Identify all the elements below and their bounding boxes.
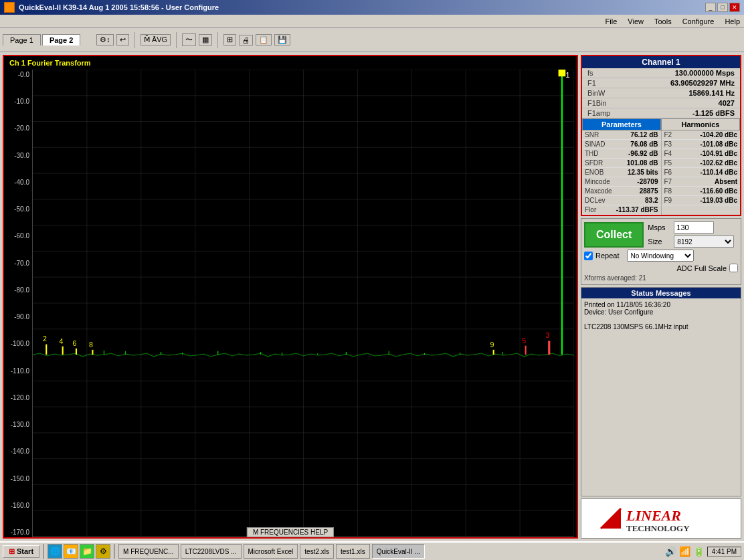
status-line-1: Device: User Configure (584, 308, 738, 316)
harm-f4: F4 -104.91 dBc (662, 149, 741, 159)
menu-help[interactable]: Help (725, 17, 740, 25)
toolbar-btn-avg[interactable]: M̄ ĀVG (141, 34, 171, 45)
toolbar-btn-copy[interactable]: 📋 (256, 34, 272, 45)
tab-harmonics[interactable]: Harmonics (661, 118, 740, 130)
y-label-3: -30.0 (4, 152, 32, 159)
value-f1bin: 4027 (719, 99, 735, 107)
close-button[interactable]: ✕ (729, 3, 740, 12)
status-line-0: Printed on 11/18/05 16:36:20 (584, 301, 738, 308)
value-f1: 63.905029297 MHz (670, 79, 735, 87)
maximize-button[interactable]: □ (717, 3, 728, 12)
pname-snr: SNR (585, 131, 599, 138)
collect-button[interactable]: Collect (584, 222, 644, 248)
taskbar-test1-label: test1.xls (341, 548, 365, 555)
size-select[interactable]: 8192 4096 2048 1024 (674, 236, 734, 248)
tray-icon-3: 🔋 (693, 546, 705, 557)
svg-text:TECHNOLOGY: TECHNOLOGY (626, 523, 690, 533)
hname-f4: F4 (664, 150, 672, 157)
hval-f3: -101.08 dBc (700, 141, 737, 148)
menu-view[interactable]: View (628, 17, 644, 25)
params-left: SNR 76.12 dB SINAD 76.08 dB THD -96.92 d… (582, 130, 662, 215)
taskbar-ltc-label: LTC2208LVDS ... (185, 548, 237, 555)
menu-tools[interactable]: Tools (654, 17, 672, 25)
param-sinad: SINAD 76.08 dB (582, 140, 661, 149)
taskbar-btn-quickeval[interactable]: QuickEval-II ... (372, 544, 425, 559)
toolbar-btn-bar[interactable]: ▦ (199, 34, 212, 45)
settings-icon[interactable]: ⚙ (96, 544, 110, 559)
value-fs: 130.000000 Msps (675, 69, 735, 77)
harm-f2: F2 -104.20 dBc (662, 130, 741, 140)
xforms-row: Xforms averaged: 21 (584, 274, 738, 282)
toolbar-sep-3 (217, 32, 218, 48)
pname-maxcode: Maxcode (585, 187, 612, 195)
folder-icon[interactable]: 📁 (80, 544, 94, 559)
taskbar-btn-test1[interactable]: test1.xls (336, 544, 370, 559)
toolbar-btn-save[interactable]: 💾 (274, 34, 290, 45)
taskbar-btn-test2[interactable]: test2.xls (300, 544, 334, 559)
hname-f9: F9 (664, 197, 672, 204)
toolbar-btn-1[interactable]: ⚙↕ (96, 34, 114, 45)
hname-f8: F8 (664, 187, 672, 195)
repeat-label[interactable]: Repeat (595, 252, 619, 260)
svg-text:8: 8 (89, 341, 93, 349)
windowing-select[interactable]: No Windowing Hanning Hamming Blackman (627, 250, 694, 262)
y-label-10: -100.0 (4, 340, 32, 347)
quick-launch: 🌐 📧 📁 ⚙ (48, 544, 110, 559)
tab-parameters[interactable]: Parameters (582, 118, 661, 130)
taskbar-btn-ltc[interactable]: LTC2208LVDS ... (181, 544, 242, 559)
collect-row-main: Collect Msps Size 8192 4096 2048 1024 (584, 221, 738, 248)
status-content: Printed on 11/18/05 16:36:20 Device: Use… (581, 298, 741, 333)
chart-title: Ch 1 Fourier Transform (9, 59, 91, 67)
taskbar-sep (43, 544, 44, 559)
menu-file[interactable]: File (606, 17, 618, 25)
taskbar-btn-mfreq[interactable]: M FREQUENC... (118, 544, 179, 559)
msps-input[interactable] (674, 221, 714, 234)
minimize-button[interactable]: _ (705, 3, 716, 12)
value-f1amp: -1.125 dBFS (692, 109, 735, 117)
label-f1: F1 (587, 79, 596, 87)
window-title: QuickEval-II K39-14 Aug 1 2005 15:58:56 … (19, 3, 219, 11)
taskbar-btn-excel[interactable]: Microsoft Excel (244, 544, 298, 559)
start-button[interactable]: ⊞ Start (3, 545, 39, 558)
status-box: Status Messages Printed on 11/18/05 16:3… (581, 287, 741, 496)
param-maxcode: Maxcode 28875 (582, 187, 661, 196)
param-thd: THD -96.92 dB (582, 149, 661, 159)
label-f1bin: F1Bin (587, 99, 607, 107)
param-mincode: Mincode -28709 (582, 177, 661, 187)
adc-label: ADC Full Scale (676, 264, 727, 272)
tab-page2[interactable]: Page 2 (42, 34, 80, 45)
adc-checkbox[interactable] (729, 264, 738, 272)
ie-icon[interactable]: 🌐 (48, 544, 62, 559)
status-header: Status Messages (581, 288, 741, 298)
msps-row: Msps (648, 221, 734, 234)
adc-row: ADC Full Scale (584, 264, 738, 272)
param-enob: ENOB 12.35 bits (582, 168, 661, 177)
y-label-6: -60.0 (4, 232, 32, 240)
channel-row-f1bin: F1Bin 4027 (582, 98, 740, 108)
toolbar-btn-2[interactable]: ↩ (116, 34, 129, 45)
harm-f8: F8 -116.60 dBc (662, 187, 741, 196)
harm-f9: F9 -119.03 dBc (662, 196, 741, 205)
channel-row-binw: BinW 15869.141 Hz (582, 88, 740, 98)
y-label-16: -160.0 (4, 502, 32, 509)
hval-f9: -119.03 dBc (700, 197, 737, 204)
size-label: Size (648, 238, 671, 246)
tab-page1[interactable]: Page 1 (3, 34, 41, 45)
pval-thd: -96.92 dB (628, 150, 658, 157)
toolbar-btn-grid[interactable]: ⊞ (223, 34, 236, 45)
email-icon[interactable]: 📧 (64, 544, 78, 559)
toolbar-area: Page 1 Page 2 ⚙↕ ↩ M̄ ĀVG 〜 ▦ ⊞ 🖨 📋 💾 (0, 28, 744, 52)
repeat-checkbox[interactable] (584, 252, 593, 260)
taskbar-test2-label: test2.xls (304, 548, 329, 555)
pname-thd: THD (585, 150, 599, 157)
menu-configure[interactable]: Configure (682, 17, 715, 25)
tray-icon-2: 📶 (679, 546, 690, 557)
hval-f5: -102.62 dBc (700, 159, 737, 167)
toolbar-btn-wave[interactable]: 〜 (182, 33, 196, 46)
pval-dclev: 83.2 (645, 197, 658, 204)
y-label-14: -140.0 (4, 448, 32, 455)
channel-row-f1: F1 63.905029297 MHz (582, 78, 740, 88)
param-dclev: DCLev 83.2 (582, 196, 661, 205)
harm-f3: F3 -101.08 dBc (662, 140, 741, 149)
toolbar-btn-print[interactable]: 🖨 (239, 35, 253, 45)
